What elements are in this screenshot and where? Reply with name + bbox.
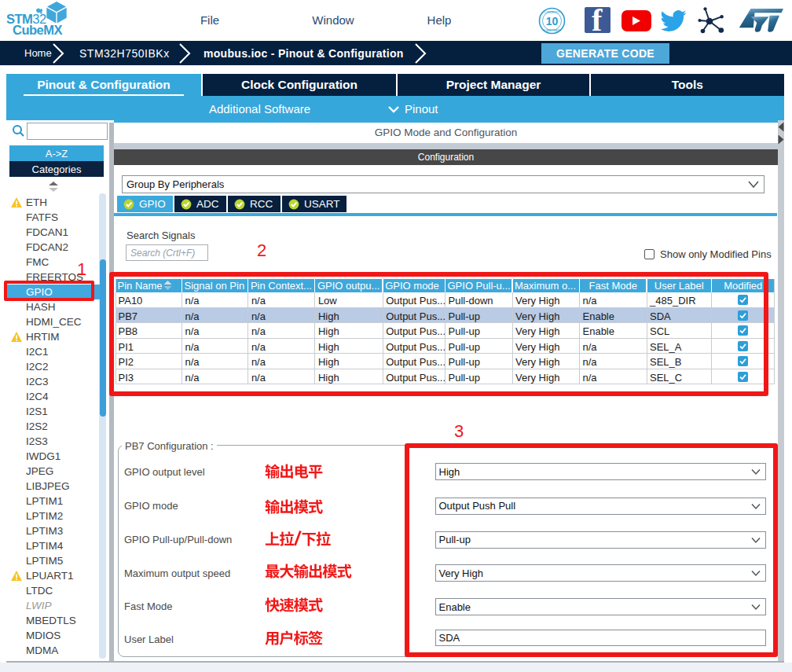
svg-text:CubeMX: CubeMX — [13, 23, 62, 37]
svg-text:10: 10 — [546, 15, 559, 28]
svg-text:COMMITMENT: COMMITMENT — [542, 29, 562, 32]
svg-text:LONGEVITY: LONGEVITY — [544, 11, 560, 14]
